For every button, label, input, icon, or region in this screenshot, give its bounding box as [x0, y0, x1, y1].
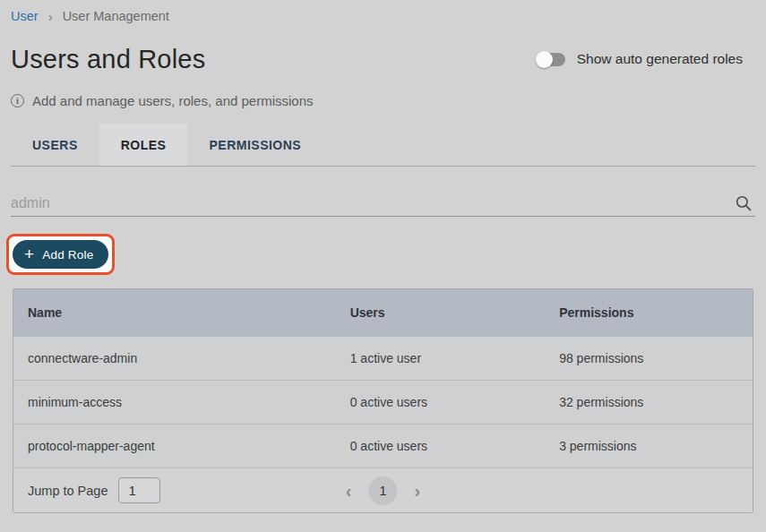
cell-role-users: 0 active users: [336, 380, 545, 424]
add-role-label: Add Role: [42, 248, 93, 262]
cell-role-permissions: 32 permissions: [545, 380, 753, 424]
cell-role-permissions: 3 permissions: [545, 424, 753, 468]
pagination: ‹ 1 ›: [342, 476, 424, 505]
page-title: Users and Roles: [11, 45, 205, 74]
next-page-icon[interactable]: ›: [411, 482, 425, 500]
cell-role-permissions: 98 permissions: [545, 336, 753, 380]
roles-table: Name Users Permissions connectware-admin…: [13, 288, 753, 513]
tab-roles[interactable]: ROLES: [99, 124, 188, 166]
plus-icon: +: [24, 245, 34, 262]
tab-users[interactable]: USERS: [11, 124, 99, 166]
breadcrumb-link-user[interactable]: User: [11, 9, 39, 23]
previous-page-icon[interactable]: ‹: [342, 482, 356, 500]
user-management-page: User › User Management Users and Roles S…: [0, 0, 766, 513]
chevron-right-icon: ›: [48, 10, 53, 23]
auto-roles-toggle-group: Show auto generated roles: [536, 51, 743, 68]
cell-role-name: connectware-admin: [13, 336, 336, 380]
table-row-protocol-mapper-agent[interactable]: protocol-mapper-agent 0 active users 3 p…: [13, 424, 753, 468]
table-row-connectware-admin[interactable]: connectware-admin 1 active user 98 permi…: [13, 336, 753, 380]
toggle-label: Show auto generated roles: [577, 51, 743, 67]
search-icon[interactable]: [734, 193, 753, 213]
add-role-button[interactable]: + Add Role: [13, 240, 108, 269]
breadcrumb-current: User Management: [63, 9, 169, 23]
title-row: Users and Roles Show auto generated role…: [11, 41, 755, 77]
search-bar: [11, 190, 755, 217]
show-auto-generated-roles-toggle[interactable]: [536, 51, 565, 68]
jump-to-page-label: Jump to Page: [28, 484, 108, 498]
breadcrumb: User › User Management: [11, 7, 755, 25]
page-subtitle: Add and manage users, roles, and permiss…: [32, 93, 314, 108]
tab-permissions[interactable]: PERMISSIONS: [187, 124, 323, 166]
table-footer: Jump to Page ‹ 1 ›: [13, 468, 753, 512]
jump-to-page-group: Jump to Page: [13, 477, 160, 503]
info-icon: i: [11, 94, 24, 107]
toggle-knob: [536, 51, 553, 68]
column-header-permissions: Permissions: [545, 289, 753, 336]
jump-to-page-input[interactable]: [118, 477, 160, 503]
cell-role-name: protocol-mapper-agent: [13, 424, 336, 468]
current-page-button[interactable]: 1: [369, 476, 398, 505]
cell-role-name: minimum-access: [13, 380, 336, 424]
subtitle-row: i Add and manage users, roles, and permi…: [11, 92, 755, 108]
column-header-name: Name: [13, 289, 336, 336]
table-row-minimum-access[interactable]: minimum-access 0 active users 32 permiss…: [13, 380, 753, 424]
table-header: Name Users Permissions: [13, 289, 753, 336]
cell-role-users: 1 active user: [336, 336, 545, 380]
search-input[interactable]: [11, 195, 734, 211]
cell-role-users: 0 active users: [336, 424, 545, 468]
column-header-users: Users: [336, 289, 545, 336]
action-highlight: + Add Role: [6, 234, 115, 275]
tab-bar: USERS ROLES PERMISSIONS: [11, 124, 755, 167]
